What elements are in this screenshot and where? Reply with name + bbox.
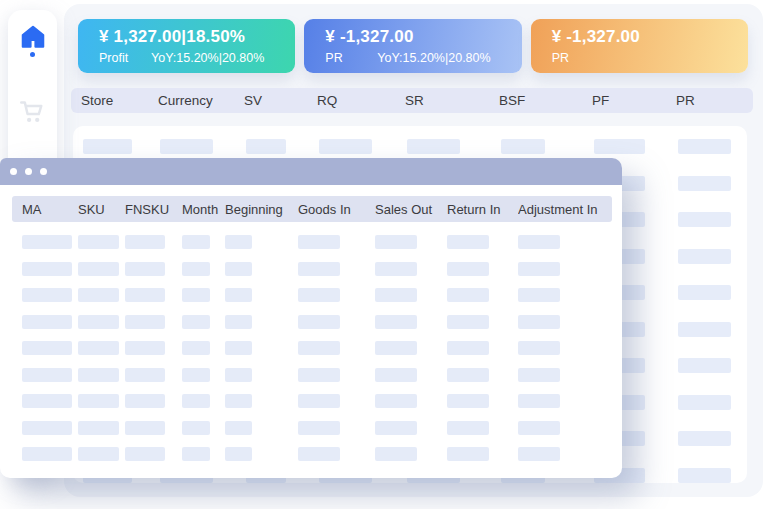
skeleton-cell	[518, 262, 560, 276]
modal-column-header-fnsku: FNSKU	[125, 202, 182, 217]
skeleton-cell	[518, 394, 560, 408]
skeleton-cell	[125, 421, 165, 435]
sidebar-item-cart[interactable]	[19, 99, 46, 126]
skeleton-cell	[501, 139, 545, 154]
column-header-bsf: BSF	[499, 93, 592, 108]
skeleton-cell	[518, 288, 560, 302]
window-dot[interactable]	[10, 168, 17, 175]
skeleton-cell	[78, 262, 119, 276]
skeleton-cell	[22, 421, 72, 435]
skeleton-cell	[225, 262, 252, 276]
skeleton-cell	[319, 139, 372, 154]
stat-card-2: ¥ -1,327.00PRYoY:15.20%|20.80%	[304, 19, 521, 73]
skeleton-cell	[518, 341, 560, 355]
modal-column-header-return-in: Return In	[447, 202, 518, 217]
skeleton-cell	[447, 421, 489, 435]
skeleton-cell	[182, 421, 210, 435]
skeleton-row	[12, 368, 612, 382]
skeleton-cell	[78, 341, 119, 355]
cart-icon	[19, 99, 46, 126]
skeleton-cell	[375, 341, 417, 355]
skeleton-row	[12, 235, 612, 249]
skeleton-cell	[22, 394, 72, 408]
skeleton-cell	[78, 447, 119, 461]
skeleton-cell	[447, 288, 489, 302]
skeleton-cell	[246, 139, 286, 154]
skeleton-cell	[125, 235, 165, 249]
skeleton-cell	[160, 139, 213, 154]
skeleton-cell	[678, 395, 731, 410]
skeleton-cell	[678, 285, 731, 300]
skeleton-cell	[182, 262, 210, 276]
window-dot[interactable]	[40, 168, 47, 175]
stat-value: ¥ -1,327.00	[552, 27, 748, 47]
skeleton-cell	[678, 176, 731, 191]
skeleton-cell	[22, 288, 72, 302]
stat-card-1: ¥ 1,327.00|18.50%ProfitYoY:15.20%|20.80%	[78, 19, 295, 73]
skeleton-cell	[594, 139, 645, 154]
skeleton-row	[12, 421, 612, 435]
skeleton-cell	[182, 368, 210, 382]
stat-yoy: YoY:15.20%|20.80%	[377, 51, 490, 65]
skeleton-cell	[182, 394, 210, 408]
sidebar-item-home[interactable]	[20, 24, 46, 57]
modal-column-header-adjustment-in: Adjustment In	[518, 202, 612, 217]
skeleton-cell	[22, 235, 72, 249]
modal-table-header: MASKUFNSKUMonthBeginningGoods InSales Ou…	[12, 196, 612, 222]
skeleton-cell	[182, 447, 210, 461]
skeleton-cell	[518, 421, 560, 435]
skeleton-cell	[182, 288, 210, 302]
skeleton-cell	[78, 235, 119, 249]
stat-label: PR	[325, 51, 377, 65]
skeleton-cell	[375, 235, 417, 249]
skeleton-cell	[182, 341, 210, 355]
inventory-modal-window: MASKUFNSKUMonthBeginningGoods InSales Ou…	[0, 158, 622, 478]
skeleton-row	[12, 394, 612, 408]
skeleton-cell	[447, 447, 489, 461]
skeleton-cell	[182, 315, 210, 329]
column-header-sr: SR	[405, 93, 499, 108]
skeleton-cell	[78, 315, 119, 329]
skeleton-cell	[22, 447, 72, 461]
skeleton-cell	[225, 447, 252, 461]
modal-column-header-month: Month	[182, 202, 225, 217]
modal-column-header-beginning: Beginning	[225, 202, 298, 217]
skeleton-cell	[298, 421, 340, 435]
modal-column-header-sales-out: Sales Out	[375, 202, 447, 217]
modal-table-body	[12, 228, 612, 478]
column-header-pf: PF	[592, 93, 676, 108]
skeleton-cell	[447, 235, 489, 249]
skeleton-cell	[375, 262, 417, 276]
skeleton-cell	[182, 235, 210, 249]
skeleton-cell	[678, 249, 731, 264]
modal-column-header-ma: MA	[22, 202, 78, 217]
skeleton-cell	[298, 368, 340, 382]
skeleton-cell	[678, 358, 731, 373]
skeleton-row	[12, 262, 612, 276]
skeleton-cell	[447, 368, 489, 382]
skeleton-cell	[225, 288, 252, 302]
skeleton-cell	[298, 315, 340, 329]
skeleton-cell	[22, 262, 72, 276]
skeleton-cell	[125, 288, 165, 302]
skeleton-cell	[518, 368, 560, 382]
modal-column-header-sku: SKU	[78, 202, 125, 217]
skeleton-cell	[125, 447, 165, 461]
active-indicator-dot	[30, 52, 35, 57]
window-dot[interactable]	[25, 168, 32, 175]
main-table-header: StoreCurrencySVRQSRBSFPFPR	[71, 88, 753, 113]
skeleton-cell	[407, 139, 460, 154]
modal-column-header-goods-in: Goods In	[298, 202, 375, 217]
skeleton-cell	[225, 341, 252, 355]
skeleton-cell	[298, 341, 340, 355]
column-header-store: Store	[81, 93, 158, 108]
skeleton-cell	[447, 341, 489, 355]
skeleton-cell	[678, 139, 731, 154]
skeleton-cell	[518, 447, 560, 461]
skeleton-cell	[678, 431, 731, 446]
skeleton-row	[12, 315, 612, 329]
skeleton-cell	[78, 368, 119, 382]
stat-card-3: ¥ -1,327.00PR	[531, 19, 748, 73]
skeleton-cell	[22, 315, 72, 329]
skeleton-cell	[375, 447, 417, 461]
